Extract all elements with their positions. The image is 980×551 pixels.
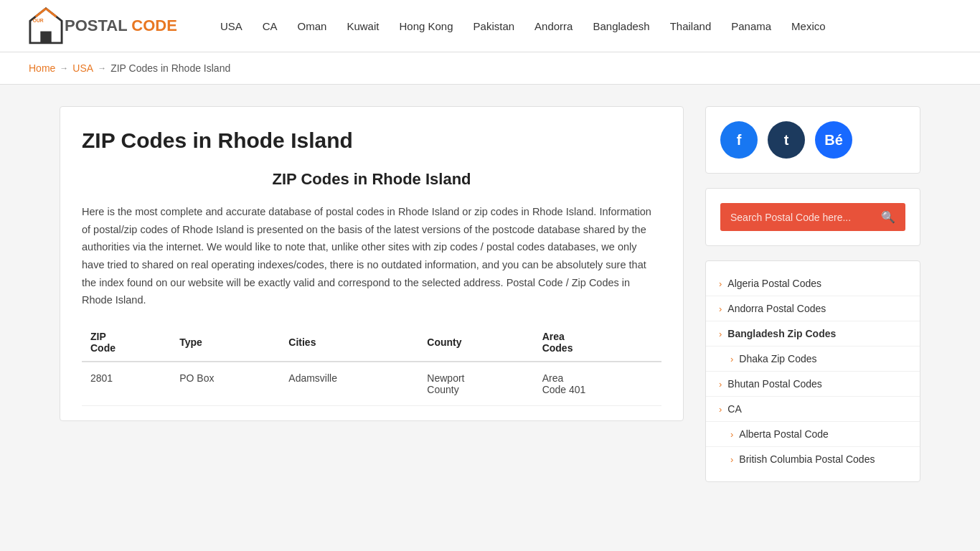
sidebar-item-algeria[interactable]: › Algeria Postal Codes	[706, 271, 920, 296]
tumblr-button[interactable]: t	[768, 121, 805, 159]
sidebar-item-label: CA	[727, 403, 741, 415]
nav-hongkong[interactable]: Hong Kong	[399, 20, 453, 32]
breadcrumb-current: ZIP Codes in Rhode Island	[110, 62, 230, 74]
cell-county: NewportCounty	[418, 362, 533, 406]
nav-panama[interactable]: Panama	[731, 20, 771, 32]
sidebar-item-andorra[interactable]: › Andorra Postal Codes	[706, 296, 920, 321]
zip-table: ZIPCode Type Cities County AreaCodes 280…	[82, 324, 661, 406]
logo-postal-text: POSTAL	[65, 17, 127, 34]
col-county: County	[418, 324, 533, 362]
sidebar-item-label: Bangladesh Zip Codes	[727, 328, 836, 339]
arrow-icon: ›	[719, 379, 722, 390]
nav-ca[interactable]: CA	[263, 20, 278, 32]
nav-kuwait[interactable]: Kuwait	[347, 20, 379, 32]
arrow-icon: ›	[719, 404, 722, 415]
col-type: Type	[171, 324, 280, 362]
sidebar-item-ca[interactable]: › CA	[706, 397, 920, 422]
sidebar-item-label: Bhutan Postal Codes	[727, 378, 822, 390]
arrow-icon: ›	[730, 354, 733, 364]
behance-icon: Bé	[824, 132, 843, 149]
breadcrumb-usa[interactable]: USA	[72, 62, 93, 74]
sidebar-item-british-columbia[interactable]: › British Columbia Postal Codes	[706, 447, 920, 471]
table-body: 2801 PO Box Adamsville NewportCounty Are…	[82, 362, 661, 406]
table-header-row: ZIPCode Type Cities County AreaCodes	[82, 324, 661, 362]
breadcrumb-arrow-2: →	[98, 63, 106, 73]
content-body: Here is the most complete and accurate d…	[82, 203, 661, 309]
behance-button[interactable]: Bé	[815, 121, 852, 159]
sidebar: f t Bé 🔍 › Algeria Postal Codes	[705, 106, 920, 482]
nav-thailand[interactable]: Thailand	[670, 20, 712, 32]
search-icon: 🔍	[881, 211, 895, 223]
page-title: ZIP Codes in Rhode Island	[82, 128, 661, 153]
breadcrumb-home[interactable]: Home	[29, 62, 55, 74]
sidebar-item-alberta[interactable]: › Alberta Postal Code	[706, 422, 920, 447]
search-input[interactable]	[720, 203, 871, 231]
cell-area-codes: AreaCode 401	[534, 362, 661, 406]
sidebar-item-label: British Columbia Postal Codes	[739, 453, 875, 465]
search-form: 🔍	[720, 203, 905, 231]
svg-rect-1	[40, 32, 51, 43]
logo-code-text: CODE	[127, 17, 177, 34]
nav-mexico[interactable]: Mexico	[791, 20, 826, 32]
sidebar-nav: › Algeria Postal Codes › Andorra Postal …	[705, 260, 920, 482]
tumblr-icon: t	[784, 132, 789, 149]
nav-pakistan[interactable]: Pakistan	[473, 20, 515, 32]
table-row: 2801 PO Box Adamsville NewportCounty Are…	[82, 362, 661, 406]
sidebar-item-label: Andorra Postal Codes	[727, 303, 826, 314]
sidebar-item-dhaka[interactable]: › Dhaka Zip Codes	[706, 347, 920, 372]
breadcrumb-bar: Home → USA → ZIP Codes in Rhode Island	[0, 52, 980, 85]
sidebar-item-bhutan[interactable]: › Bhutan Postal Codes	[706, 372, 920, 397]
breadcrumb: Home → USA → ZIP Codes in Rhode Island	[29, 62, 951, 74]
main-container: ZIP Codes in Rhode Island ZIP Codes in R…	[31, 106, 949, 482]
cell-cities: Adamsville	[280, 362, 418, 406]
arrow-icon: ›	[719, 303, 722, 314]
nav-andorra[interactable]: Andorra	[534, 20, 573, 32]
col-zip-code: ZIPCode	[82, 324, 171, 362]
svg-line-3	[46, 9, 56, 17]
svg-text:OUR: OUR	[33, 18, 44, 23]
arrow-icon: ›	[730, 429, 733, 440]
table-head: ZIPCode Type Cities County AreaCodes	[82, 324, 661, 362]
cell-zip: 2801	[82, 362, 171, 406]
arrow-icon: ›	[719, 278, 722, 289]
sidebar-item-bangladesh[interactable]: › Bangladesh Zip Codes	[706, 321, 920, 347]
search-box: 🔍	[705, 188, 920, 246]
cell-type: PO Box	[171, 362, 280, 406]
col-area-codes: AreaCodes	[534, 324, 661, 362]
arrow-icon: ›	[730, 454, 733, 465]
sidebar-item-label: Algeria Postal Codes	[727, 278, 821, 289]
facebook-icon: f	[737, 132, 742, 149]
nav-oman[interactable]: Oman	[298, 20, 327, 32]
sidebar-item-label: Dhaka Zip Codes	[739, 353, 816, 364]
site-logo[interactable]: OUR POSTAL CODE	[29, 7, 177, 44]
site-header: OUR POSTAL CODE USA CA Oman Kuwait Hong …	[0, 0, 980, 52]
facebook-button[interactable]: f	[720, 121, 758, 159]
svg-line-2	[36, 9, 46, 17]
sidebar-item-label: Alberta Postal Code	[739, 428, 829, 440]
social-box: f t Bé	[705, 106, 920, 174]
nav-usa[interactable]: USA	[220, 20, 242, 32]
breadcrumb-arrow-1: →	[60, 63, 68, 73]
col-cities: Cities	[280, 324, 418, 362]
main-nav: USA CA Oman Kuwait Hong Kong Pakistan An…	[220, 20, 826, 32]
arrow-icon: ›	[719, 329, 722, 339]
search-button[interactable]: 🔍	[871, 203, 905, 231]
content-area: ZIP Codes in Rhode Island ZIP Codes in R…	[60, 106, 684, 421]
content-heading: ZIP Codes in Rhode Island	[82, 170, 661, 189]
nav-bangladesh[interactable]: Bangladesh	[593, 20, 649, 32]
